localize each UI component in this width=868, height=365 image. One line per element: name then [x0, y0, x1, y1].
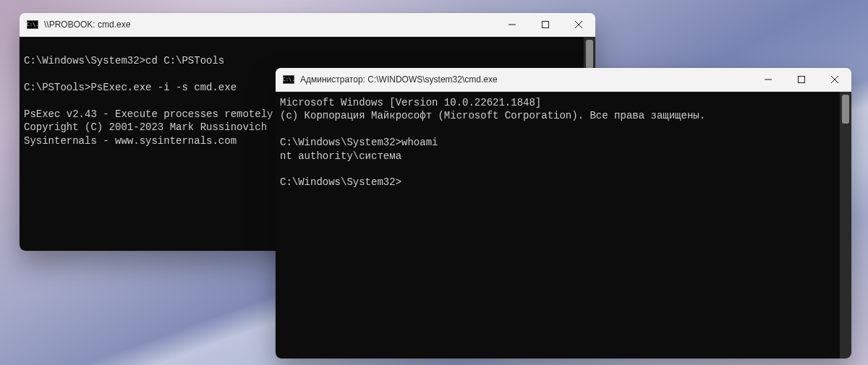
- close-button[interactable]: [818, 68, 851, 91]
- svg-rect-1: [799, 77, 805, 83]
- cmd-icon: C:\.: [27, 19, 38, 30]
- client-area: Microsoft Windows [Version 10.0.22621.18…: [276, 92, 851, 358]
- window-title: Администратор: C:\WINDOWS\system32\cmd.e…: [300, 74, 498, 85]
- window-title: \\PROBOOK: cmd.exe: [44, 20, 130, 30]
- console-output[interactable]: Microsoft Windows [Version 10.0.22621.18…: [276, 92, 840, 358]
- cmd-window-admin[interactable]: C:\. Администратор: C:\WINDOWS\system32\…: [276, 68, 851, 358]
- maximize-button[interactable]: [785, 68, 818, 91]
- scrollbar-thumb[interactable]: [586, 40, 593, 69]
- scrollbar-thumb[interactable]: [842, 95, 849, 124]
- titlebar[interactable]: C:\. \\PROBOOK: cmd.exe: [20, 13, 595, 37]
- close-button[interactable]: [562, 13, 595, 36]
- maximize-button[interactable]: [529, 13, 562, 36]
- cmd-icon: C:\.: [283, 74, 294, 85]
- desktop-background: C:\. \\PROBOOK: cmd.exe C:\Windows\Syste…: [0, 0, 868, 365]
- scrollbar[interactable]: [840, 92, 851, 358]
- svg-rect-0: [542, 22, 549, 28]
- minimize-button[interactable]: [495, 13, 529, 36]
- titlebar[interactable]: C:\. Администратор: C:\WINDOWS\system32\…: [276, 68, 851, 92]
- minimize-button[interactable]: [752, 68, 785, 91]
